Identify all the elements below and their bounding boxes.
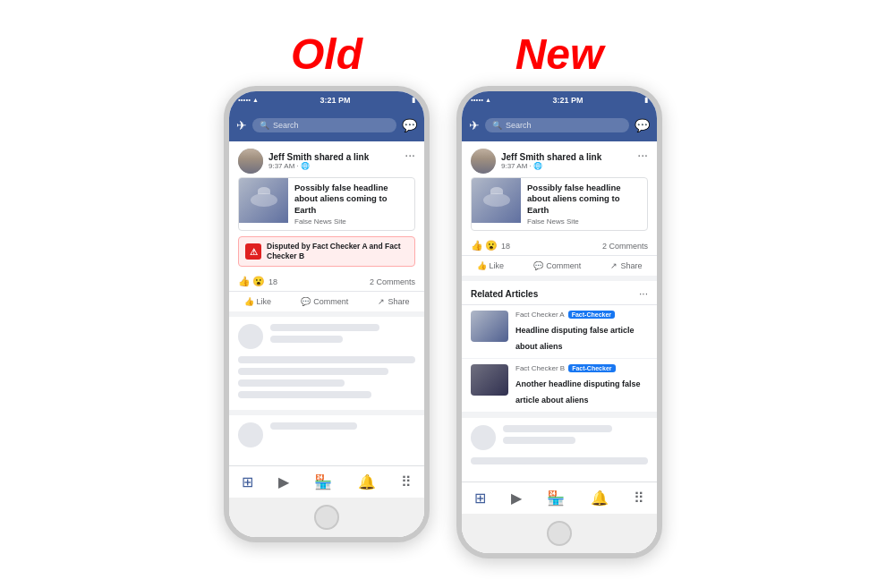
disputed-banner-old: ⚠ Disputed by Fact Checker A and Fact Ch…: [238, 236, 415, 267]
home-btn-area-old: [229, 498, 424, 537]
like-button-old[interactable]: 👍 Like: [239, 294, 277, 309]
comment-button-new[interactable]: 💬 Comment: [528, 259, 586, 273]
post-meta-new: Jeff Smith shared a link 9:37 AM · 🌐: [501, 152, 601, 170]
post-card-new: Jeff Smith shared a link 9:37 AM · 🌐 ···: [462, 141, 657, 276]
share-button-new[interactable]: ↗ Share: [605, 259, 647, 273]
messenger-icon-old[interactable]: 💬: [402, 118, 417, 132]
post-card-old: Jeff Smith shared a link 9:37 AM · 🌐 ···: [229, 141, 424, 311]
status-bar-new: ••••• ▲ 3:21 PM ▮: [462, 91, 657, 109]
signal-dots-old: •••••: [238, 96, 251, 104]
avatar-new: [471, 149, 496, 174]
post-author-old: Jeff Smith shared a link: [268, 152, 369, 162]
avatar-img-old: [238, 149, 263, 174]
like-emoji-new: 👍: [471, 240, 483, 251]
wifi-icon-new: ▲: [485, 97, 491, 103]
comment-label-new: Comment: [546, 261, 581, 270]
search-placeholder-new: Search: [506, 121, 532, 130]
link-preview-old[interactable]: Possibly false headline about aliens com…: [238, 177, 415, 231]
comment-label-old: Comment: [313, 297, 348, 306]
gray-line-6-old: [238, 391, 371, 398]
like-emoji-old: 👍: [238, 276, 251, 287]
post-header-left-new: Jeff Smith shared a link 9:37 AM · 🌐: [471, 149, 601, 174]
bottom-nav-old: ⊞ ▶ 🏪 🔔 ⠿: [229, 465, 424, 498]
avatar-old: [238, 149, 263, 174]
home-button-new[interactable]: [547, 521, 572, 546]
menu-nav-icon-old[interactable]: ⠿: [401, 473, 412, 490]
share-label-old: Share: [388, 297, 409, 306]
post-meta-old: Jeff Smith shared a link 9:37 AM · 🌐: [268, 152, 369, 170]
status-bar-old: ••••• ▲ 3:21 PM ▮: [229, 91, 424, 109]
related-dots[interactable]: ···: [639, 287, 648, 300]
post-time-old: 9:37 AM · 🌐: [268, 162, 369, 170]
link-title-old: Possibly false headline about aliens com…: [294, 183, 408, 216]
store-nav-icon-new[interactable]: 🏪: [547, 490, 565, 507]
fact-checker-badge-0: Fact-Checker: [568, 311, 615, 319]
related-articles-section: Related Articles ··· Fact Checker A Fact…: [462, 281, 657, 413]
video-nav-icon-new[interactable]: ▶: [511, 490, 522, 507]
gray-line-1-new: [503, 425, 612, 432]
store-nav-icon-old[interactable]: 🏪: [314, 473, 332, 490]
post-time-new: 9:37 AM · 🌐: [501, 162, 601, 170]
feed-new: Jeff Smith shared a link 9:37 AM · 🌐 ···: [462, 141, 657, 476]
disputed-text-old: Disputed by Fact Checker A and Fact Chec…: [267, 242, 408, 261]
post-author-new: Jeff Smith shared a link: [501, 152, 601, 162]
search-icon-old: 🔍: [260, 121, 269, 130]
action-row-new: 👍 Like 💬 Comment ↗ Share: [462, 256, 657, 276]
gray-line-2-new: [503, 437, 575, 444]
new-column: New ••••• ▲ 3:21 PM ▮ ✈ 🔍 Sea: [456, 30, 662, 558]
gray-content-new: [462, 418, 657, 476]
ufo-icon-new: [483, 193, 510, 207]
gray-line-3-old: [238, 356, 415, 363]
gray-avatar-old: [238, 324, 263, 349]
link-preview-new[interactable]: Possibly false headline about aliens com…: [471, 177, 648, 231]
signal-dots-new: •••••: [471, 96, 483, 104]
bell-nav-icon-new[interactable]: 🔔: [591, 490, 609, 507]
gray-avatar-2-old: [238, 422, 263, 447]
home-button-old[interactable]: [314, 505, 339, 530]
comment-icon-new: 💬: [533, 261, 543, 270]
home-nav-icon-old[interactable]: ⊞: [242, 473, 253, 490]
old-phone-screen: ••••• ▲ 3:21 PM ▮ ✈ 🔍 Search 💬: [229, 91, 424, 537]
bell-nav-icon-old[interactable]: 🔔: [358, 473, 376, 490]
gray-line-5-old: [238, 379, 345, 387]
nav-bar-old: ✈ 🔍 Search 💬: [229, 109, 424, 141]
post-dots-old[interactable]: ···: [405, 149, 415, 161]
link-info-new: Possibly false headline about aliens com…: [521, 178, 647, 230]
share-button-old[interactable]: ↗ Share: [372, 294, 414, 309]
ufo-icon-old: [251, 193, 277, 207]
post-header-old: Jeff Smith shared a link 9:37 AM · 🌐 ···: [229, 141, 424, 177]
home-nav-icon-new[interactable]: ⊞: [474, 490, 486, 507]
status-left-old: ••••• ▲: [238, 96, 259, 104]
related-item-1[interactable]: Fact Checker B Fact-Checker Another head…: [462, 359, 657, 413]
time-old: 3:21 PM: [319, 96, 350, 105]
reactions-left-new: 👍 😮 18: [471, 240, 510, 251]
messenger-icon-new[interactable]: 💬: [635, 118, 650, 132]
menu-nav-icon-new[interactable]: ⠿: [634, 490, 644, 507]
battery-new: ▮: [644, 96, 648, 104]
related-item-0[interactable]: Fact Checker A Fact-Checker Headline dis…: [462, 305, 657, 359]
post-dots-new[interactable]: ···: [637, 149, 648, 161]
wow-emoji-old: 😮: [252, 276, 265, 287]
search-bar-old[interactable]: 🔍 Search: [252, 118, 396, 132]
gray-avatar-new: [471, 425, 496, 450]
messenger-send-icon-old[interactable]: ✈: [236, 118, 247, 132]
search-bar-new[interactable]: 🔍 Search: [485, 118, 629, 132]
share-label-new: Share: [620, 261, 642, 270]
related-thumb-0: [471, 311, 508, 342]
battery-old: ▮: [412, 96, 415, 104]
new-phone-screen: ••••• ▲ 3:21 PM ▮ ✈ 🔍 Search 💬: [462, 91, 657, 553]
gray-line-7-old: [270, 422, 357, 430]
home-btn-area-new: [462, 514, 657, 553]
nav-bar-new: ✈ 🔍 Search 💬: [462, 109, 657, 141]
link-info-old: Possibly false headline about aliens com…: [288, 178, 414, 230]
messenger-send-icon-new[interactable]: ✈: [469, 118, 480, 132]
old-phone: ••••• ▲ 3:21 PM ▮ ✈ 🔍 Search 💬: [224, 86, 430, 542]
related-source-0: Fact Checker A: [515, 311, 565, 319]
old-label: Old: [291, 30, 362, 79]
video-nav-icon-old[interactable]: ▶: [278, 473, 289, 490]
comment-button-old[interactable]: 💬 Comment: [295, 294, 354, 309]
placeholder-card-2-old: [229, 415, 424, 460]
like-button-new[interactable]: 👍 Like: [472, 259, 510, 273]
gray-line-4-old: [238, 368, 388, 375]
wifi-icon-old: ▲: [252, 97, 259, 103]
